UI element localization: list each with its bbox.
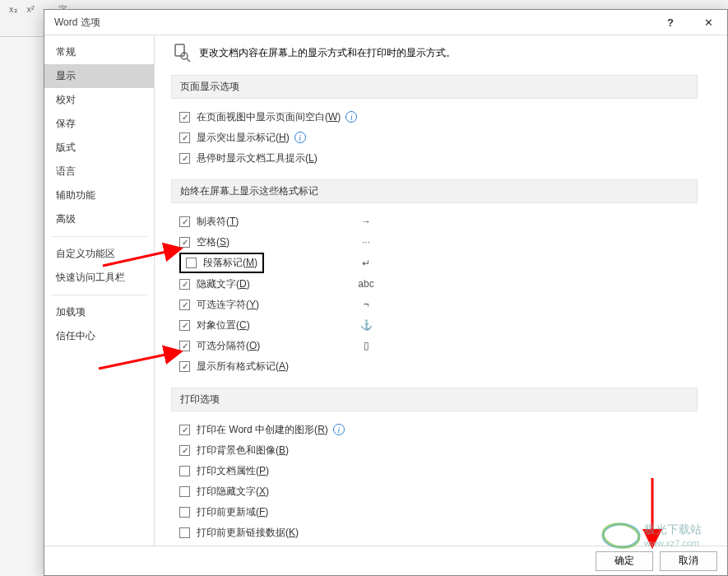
option-label: 打印前更新链接数据(K)	[197, 526, 299, 540]
help-button[interactable]: ?	[651, 10, 689, 35]
cancel-button[interactable]: 取消	[660, 551, 717, 571]
option-row: 可选连字符(Y)¬	[179, 295, 717, 314]
sidebar-item-10[interactable]: 加载项	[44, 300, 154, 324]
option-row: 打印前更新链接数据(K)	[179, 523, 717, 542]
section-format-marks: 始终在屏幕上显示这些格式标记	[171, 179, 698, 203]
option-label: 可选连字符(Y)	[197, 298, 259, 312]
sidebar-item-9[interactable]: 快速访问工具栏	[44, 266, 154, 290]
option-row: 打印隐藏文字(X)	[179, 481, 717, 501]
info-icon[interactable]: i	[294, 132, 306, 143]
format-symbol: →	[357, 216, 375, 227]
close-button[interactable]: ✕	[689, 10, 727, 35]
option-label: 对象位置(C)	[197, 318, 250, 332]
option-row: 对象位置(C)⚓	[179, 315, 717, 335]
svg-line-2	[187, 58, 190, 62]
option-label: 制表符(T)	[197, 215, 239, 229]
option-label: 打印隐藏文字(X)	[197, 485, 269, 499]
option-label: 打印背景色和图像(B)	[197, 444, 289, 458]
checkbox[interactable]	[179, 361, 190, 372]
format-symbol: ¬	[357, 299, 375, 310]
option-row: 打印背景色和图像(B)	[179, 440, 717, 460]
option-row: 制表符(T)→	[179, 211, 717, 231]
content-pane: 更改文档内容在屏幕上的显示方式和在打印时的显示方式。 页面显示选项 在页面视图中…	[155, 35, 727, 546]
header-desc: 更改文档内容在屏幕上的显示方式和在打印时的显示方式。	[199, 46, 456, 60]
option-label: 显示所有格式标记(A)	[197, 360, 289, 374]
option-row: 显示突出显示标记(H)i	[179, 128, 717, 147]
sidebar-item-6[interactable]: 辅助功能	[44, 183, 154, 207]
option-label: 悬停时显示文档工具提示(L)	[197, 151, 318, 165]
sidebar-item-4[interactable]: 版式	[44, 136, 154, 160]
checkbox[interactable]	[179, 527, 190, 538]
option-row: 打印前更新域(F)	[179, 502, 717, 522]
sidebar-item-3[interactable]: 保存	[44, 112, 154, 136]
option-label: 段落标记(M)	[203, 256, 257, 270]
option-row: 显示所有格式标记(A)	[179, 356, 717, 376]
sidebar-item-11[interactable]: 信任中心	[44, 324, 154, 348]
checkbox[interactable]	[179, 300, 190, 310]
sidebar-item-7[interactable]: 高级	[44, 207, 154, 231]
option-label: 打印前更新域(F)	[197, 505, 268, 519]
format-symbol: abc	[357, 278, 375, 290]
info-icon[interactable]: i	[333, 424, 345, 435]
checkbox[interactable]	[179, 132, 190, 143]
option-row: 悬停时显示文档工具提示(L)	[179, 148, 717, 168]
checkbox[interactable]	[179, 445, 190, 456]
svg-rect-0	[175, 44, 184, 56]
option-label: 打印在 Word 中创建的图形(R)	[197, 423, 328, 437]
option-row: 空格(S)···	[179, 232, 717, 252]
sidebar-item-2[interactable]: 校对	[44, 88, 154, 112]
page-search-icon	[171, 42, 192, 63]
sidebar: 常规显示校对保存版式语言辅助功能高级自定义功能区快速访问工具栏加载项信任中心	[44, 35, 155, 546]
info-icon[interactable]: i	[345, 111, 357, 123]
option-row: 隐藏文字(D)abc	[179, 274, 717, 294]
dialog-title: Word 选项	[54, 16, 100, 30]
option-row: 在页面视图中显示页面间空白(W)i	[179, 107, 717, 127]
option-row: 可选分隔符(O)▯	[179, 336, 717, 355]
checkbox[interactable]	[179, 320, 190, 331]
sidebar-item-1[interactable]: 显示	[44, 64, 154, 88]
ok-button[interactable]: 确定	[596, 551, 653, 571]
sidebar-item-5[interactable]: 语言	[44, 160, 154, 183]
option-label: 隐藏文字(D)	[197, 277, 250, 291]
section-page-display: 页面显示选项	[171, 75, 698, 99]
checkbox[interactable]	[179, 341, 190, 351]
format-symbol: ↵	[357, 258, 375, 269]
checkbox[interactable]	[179, 486, 190, 497]
option-label: 显示突出显示标记(H)	[197, 131, 290, 145]
titlebar: Word 选项 ? ✕	[44, 10, 727, 35]
checkbox[interactable]	[179, 237, 190, 248]
checkbox[interactable]	[179, 153, 190, 164]
checkbox[interactable]	[179, 279, 190, 290]
option-row: 打印在 Word 中创建的图形(R)i	[179, 420, 717, 439]
checkbox[interactable]	[186, 258, 197, 268]
option-label: 在页面视图中显示页面间空白(W)	[197, 110, 341, 124]
format-symbol: ⚓	[357, 319, 375, 331]
option-row: 段落标记(M)↵	[179, 253, 717, 273]
checkbox[interactable]	[179, 112, 190, 123]
word-options-dialog: Word 选项 ? ✕ 常规显示校对保存版式语言辅助功能高级自定义功能区快速访问…	[44, 9, 728, 576]
sidebar-item-0[interactable]: 常规	[44, 40, 154, 64]
checkbox[interactable]	[179, 425, 190, 435]
option-label: 可选分隔符(O)	[197, 339, 260, 353]
option-label: 空格(S)	[197, 235, 230, 249]
option-label: 打印文档属性(P)	[197, 464, 269, 478]
format-symbol: ▯	[357, 340, 375, 351]
option-row: 打印文档属性(P)	[179, 461, 717, 481]
format-symbol: ···	[357, 236, 375, 248]
dialog-footer: 确定 取消	[44, 546, 727, 575]
checkbox[interactable]	[179, 507, 190, 518]
checkbox[interactable]	[179, 216, 190, 227]
checkbox[interactable]	[179, 466, 190, 476]
sidebar-item-8[interactable]: 自定义功能区	[44, 242, 154, 266]
section-print: 打印选项	[171, 388, 698, 411]
